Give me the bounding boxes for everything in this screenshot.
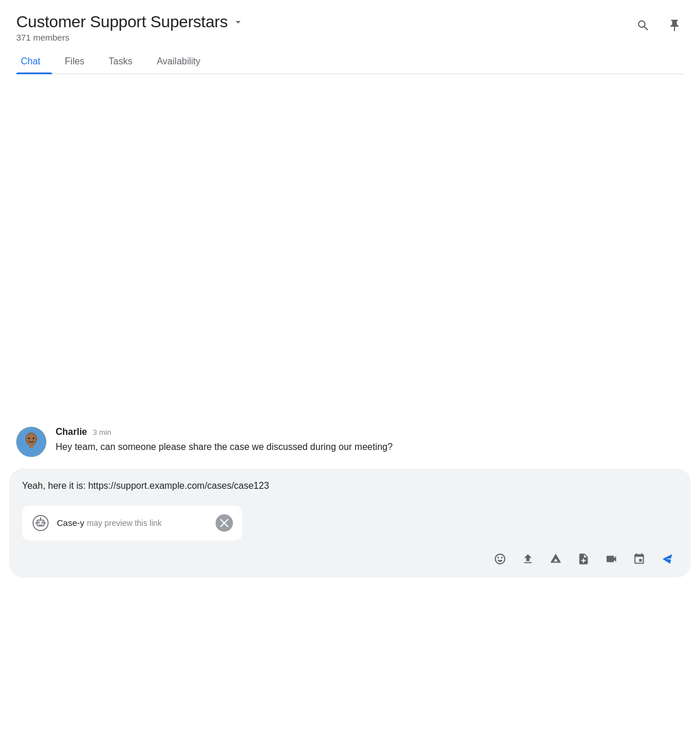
- avatar: [16, 427, 46, 457]
- video-button[interactable]: [600, 548, 622, 570]
- link-preview-icon: [31, 514, 50, 532]
- drive-button[interactable]: [545, 548, 567, 570]
- tab-tasks[interactable]: Tasks: [104, 50, 144, 74]
- member-count: 371 members: [16, 32, 244, 42]
- svg-point-3: [28, 438, 30, 440]
- message-body: Charlie 3 min Hey team, can someone plea…: [56, 427, 684, 454]
- message-time: 3 min: [93, 428, 111, 437]
- emoji-button[interactable]: [489, 548, 511, 570]
- tab-chat[interactable]: Chat: [16, 50, 52, 74]
- upload-button[interactable]: [517, 548, 539, 570]
- link-preview-text: Case-y may preview this link: [57, 518, 209, 528]
- message-text: Hey team, can someone please share the c…: [56, 440, 684, 454]
- dropdown-icon[interactable]: [232, 16, 244, 31]
- link-preview-close-button[interactable]: [216, 514, 233, 532]
- message: Charlie 3 min Hey team, can someone plea…: [16, 427, 684, 457]
- svg-point-2: [27, 434, 36, 444]
- svg-point-4: [33, 438, 35, 440]
- calendar-button[interactable]: [628, 548, 650, 570]
- compose-toolbar: [22, 547, 680, 571]
- message-header: Charlie 3 min: [56, 427, 684, 437]
- sender-name: Charlie: [56, 427, 87, 437]
- compose-box: Yeah, here it is: https://support.exampl…: [9, 469, 691, 578]
- chat-area: Charlie 3 min Hey team, can someone plea…: [0, 74, 700, 469]
- compose-input[interactable]: Yeah, here it is: https://support.exampl…: [22, 479, 680, 495]
- svg-point-9: [42, 522, 43, 524]
- header: Customer Support Superstars 371 members: [0, 0, 700, 74]
- svg-rect-5: [29, 444, 34, 448]
- tabs: Chat Files Tasks Availability: [16, 50, 684, 74]
- tab-availability[interactable]: Availability: [152, 50, 212, 74]
- svg-point-8: [38, 522, 40, 524]
- search-button[interactable]: [634, 16, 652, 35]
- header-actions: [634, 16, 684, 35]
- svg-point-11: [40, 517, 41, 518]
- group-title: Customer Support Superstars: [16, 13, 228, 31]
- link-preview-sub: may preview this link: [87, 518, 162, 528]
- pin-button[interactable]: [665, 16, 684, 35]
- send-button[interactable]: [656, 547, 679, 571]
- new-doc-button[interactable]: [573, 548, 595, 570]
- link-preview-name: Case-y: [57, 518, 85, 528]
- link-preview: Case-y may preview this link: [22, 506, 242, 540]
- tab-files[interactable]: Files: [60, 50, 96, 74]
